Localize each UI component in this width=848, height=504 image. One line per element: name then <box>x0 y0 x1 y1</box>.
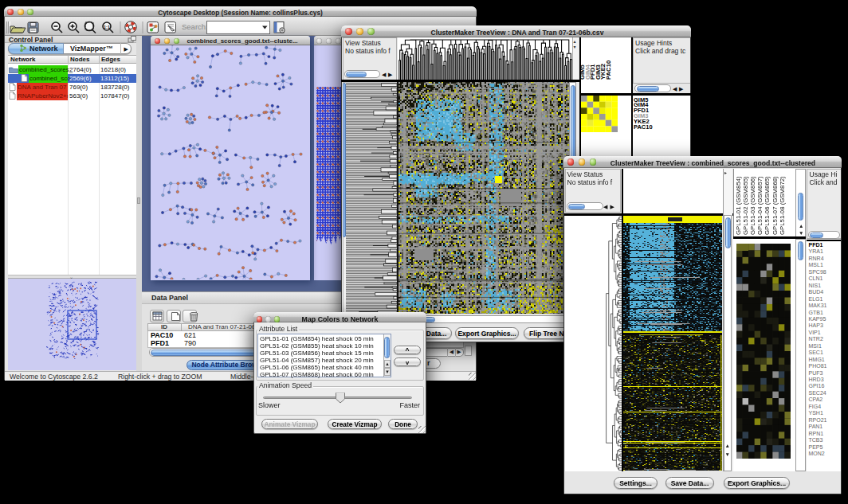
svg-text:PAC10: PAC10 <box>605 61 612 80</box>
svg-text:GPL51-08 (GSM872): GPL51-08 (GSM872) <box>778 176 785 235</box>
svg-text:GPL51-04 (GSM857): GPL51-04 (GSM857) <box>756 176 764 235</box>
svg-text:GPL51-03 (GSM856): GPL51-03 (GSM856) <box>748 176 756 235</box>
svg-text:Search:: Search: <box>182 22 208 31</box>
svg-text:GPL51-07 (GSM868): GPL51-07 (GSM868) <box>771 176 778 235</box>
svg-text:GPL51-02 (GSM855): GPL51-02 (GSM855) <box>741 176 748 235</box>
svg-text:1:1: 1:1 <box>104 25 110 29</box>
svg-text:GPL51-01 (GSM854): GPL51-01 (GSM854) <box>734 176 741 235</box>
svg-text:GPL51-06 (GSM865): GPL51-06 (GSM865) <box>764 176 771 235</box>
